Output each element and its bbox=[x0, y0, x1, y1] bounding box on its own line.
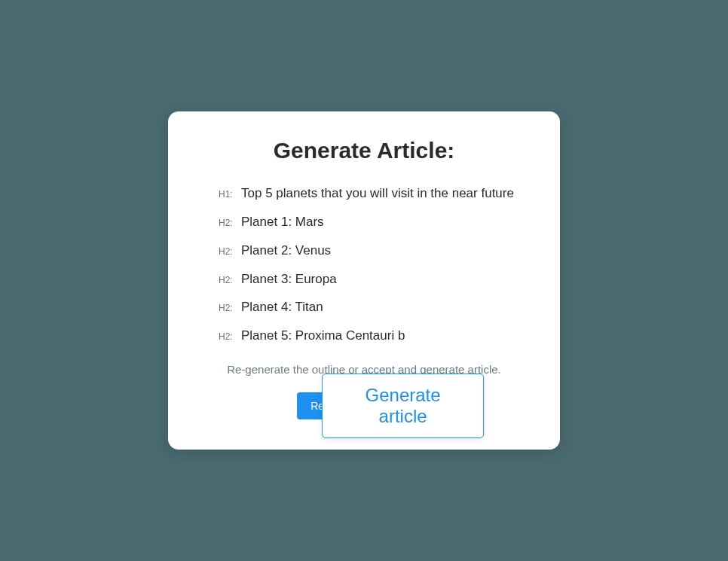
heading-text: Top 5 planets that you will visit in the… bbox=[241, 184, 514, 203]
heading-text: Planet 4: Titan bbox=[241, 298, 323, 316]
heading-text: Planet 2: Venus bbox=[241, 242, 331, 260]
outline-row: H2: Planet 4: Titan bbox=[219, 298, 518, 316]
heading-text: Planet 5: Proxima Centauri b bbox=[241, 327, 405, 345]
heading-text: Planet 1: Mars bbox=[241, 213, 324, 231]
generate-article-button[interactable]: Generate article bbox=[322, 373, 484, 438]
outline-row: H2: Planet 1: Mars bbox=[219, 213, 518, 231]
outline-row: H2: Planet 2: Venus bbox=[219, 242, 518, 260]
heading-level: H2: bbox=[219, 331, 241, 342]
heading-level: H2: bbox=[219, 218, 241, 228]
outline-row: H1: Top 5 planets that you will visit in… bbox=[219, 184, 518, 203]
heading-text: Planet 3: Europa bbox=[241, 270, 337, 288]
heading-level: H2: bbox=[219, 246, 241, 257]
heading-level: H1: bbox=[219, 189, 241, 200]
article-outline: H1: Top 5 planets that you will visit in… bbox=[202, 184, 526, 345]
heading-level: H2: bbox=[219, 275, 241, 285]
card-title: Generate Article: bbox=[202, 138, 526, 163]
outline-row: H2: Planet 3: Europa bbox=[219, 270, 518, 288]
generate-article-card: Generate Article: H1: Top 5 planets that… bbox=[168, 111, 560, 450]
outline-row: H2: Planet 5: Proxima Centauri b bbox=[219, 327, 518, 345]
button-row: Re-generate headlines Generate article bbox=[202, 392, 526, 419]
heading-level: H2: bbox=[219, 303, 241, 313]
